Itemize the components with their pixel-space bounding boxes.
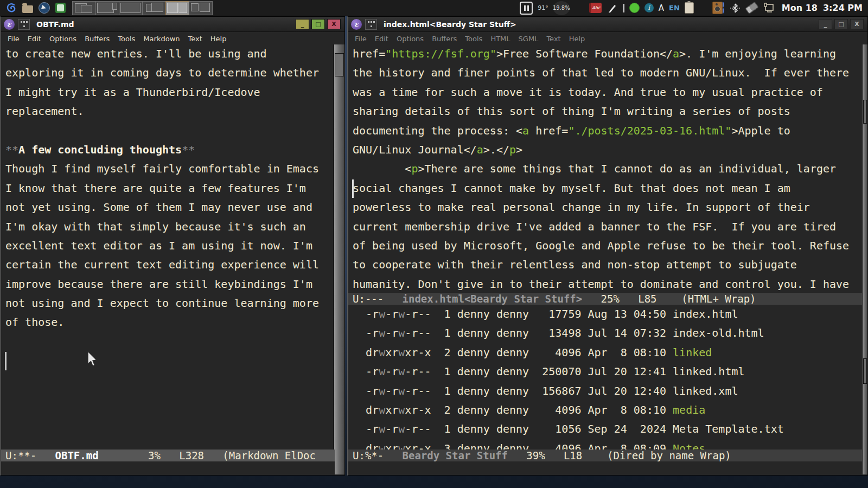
menu-text[interactable]: Text bbox=[188, 35, 202, 43]
temperature-indicator[interactable]: 91° bbox=[538, 4, 548, 11]
menu-edit[interactable]: Edit bbox=[28, 35, 41, 43]
clipboard-icon[interactable] bbox=[685, 2, 694, 14]
buffer-line[interactable]: of being used by Microsoft, Google and A… bbox=[348, 236, 863, 255]
pause-indicator-icon[interactable] bbox=[520, 2, 533, 15]
buffer-line[interactable]: documenting the process: <a href="./post… bbox=[348, 121, 863, 140]
close-button[interactable]: X bbox=[850, 19, 864, 29]
buffer-line[interactable] bbox=[1, 332, 335, 351]
menu-options[interactable]: Options bbox=[397, 35, 424, 43]
dired-row[interactable]: -rw-rw-r-- 1 denny denny 13498 Jul 14 07… bbox=[348, 324, 863, 343]
clock[interactable]: Mon 18 3:24 PM bbox=[782, 3, 863, 13]
keyboard-layout-indicator[interactable]: EN bbox=[669, 4, 680, 12]
buffer-line[interactable]: exploring it in coming days to determine… bbox=[1, 63, 335, 82]
markdown-buffer[interactable]: to create new entries. I'll be using and… bbox=[1, 44, 335, 450]
menu-tools[interactable]: Tools bbox=[118, 35, 135, 43]
window-menu-icon[interactable] bbox=[18, 19, 30, 30]
close-button[interactable]: X bbox=[327, 19, 341, 29]
dired-row[interactable]: -rw-rw-r-- 1 denny denny 1056 Sep 24 202… bbox=[348, 420, 863, 439]
menu-markdown[interactable]: Markdown bbox=[143, 35, 180, 43]
file-manager-icon[interactable] bbox=[22, 2, 34, 14]
dired-modeline[interactable]: U:%*- Beardy Star Stuff 39% L18 (Dired b… bbox=[348, 450, 863, 461]
dired-row[interactable]: drwxrwxr-x 2 denny denny 4096 Apr 8 08:1… bbox=[348, 343, 863, 362]
image-viewer-icon[interactable] bbox=[54, 2, 66, 14]
pencil-icon[interactable] bbox=[607, 2, 618, 14]
menu-file[interactable]: File bbox=[8, 35, 20, 43]
maximize-button[interactable]: □ bbox=[834, 19, 848, 29]
buffer-line[interactable]: powerless to make real personal change i… bbox=[348, 198, 863, 217]
menu-html[interactable]: HTML bbox=[490, 35, 510, 43]
dired-row[interactable]: -rw-rw-r-- 1 denny denny 17759 Aug 13 04… bbox=[348, 305, 863, 324]
buffer-line[interactable]: not using and I expect to continue learn… bbox=[1, 294, 335, 313]
scrollbar-thumb[interactable] bbox=[335, 53, 344, 76]
dictionary-icon[interactable]: Abc bbox=[589, 3, 602, 13]
menu-edit[interactable]: Edit bbox=[375, 35, 388, 43]
dired-buffer[interactable]: -rw-rw-r-- 1 denny denny 17759 Aug 13 04… bbox=[348, 305, 863, 450]
menu-file[interactable]: File bbox=[355, 35, 367, 43]
buffer-line[interactable]: href="https://fsf.org">Free Software Fou… bbox=[348, 44, 863, 63]
buffer-line[interactable]: humanity. Don't give in to their attempt… bbox=[348, 275, 863, 293]
audio-device-icon[interactable] bbox=[712, 2, 724, 14]
menu-help[interactable]: Help bbox=[569, 35, 585, 43]
left-modeline[interactable]: U:**- OBTF.md 3% L328 (Markdown ElDoc bbox=[1, 450, 335, 461]
status-circle-icon[interactable] bbox=[629, 3, 640, 13]
buffer-line[interactable]: I know that there are quite a few featur… bbox=[1, 179, 335, 198]
dired-scrollbar-thumb[interactable] bbox=[863, 358, 867, 384]
buffer-line[interactable]: <p>There are some things that I cannot d… bbox=[348, 159, 863, 178]
buffer-line[interactable]: certain the current text editing experie… bbox=[1, 255, 335, 274]
buffer-line[interactable] bbox=[1, 121, 335, 140]
minimize-button[interactable]: _ bbox=[296, 19, 309, 29]
buffer-line[interactable]: to create new entries. I'll be using and bbox=[1, 44, 335, 63]
buffer-line[interactable]: excellent text editor as I am using it n… bbox=[1, 236, 335, 255]
menu-buffers[interactable]: Buffers bbox=[432, 35, 457, 43]
dired-row[interactable]: drwxrwxr-x 3 denny denny 4096 Apr 8 08:0… bbox=[348, 439, 863, 450]
workspace-6[interactable] bbox=[189, 1, 213, 15]
left-echo-area[interactable] bbox=[1, 461, 335, 475]
html-modeline[interactable]: U:--- index.html<Beardy Star Stuff> 25% … bbox=[348, 293, 863, 305]
buffer-line[interactable]: to cooperate with their relentless and n… bbox=[348, 255, 863, 274]
left-titlebar[interactable]: ε OBTF.md _ □ X bbox=[1, 17, 344, 32]
scrollbar-thumb[interactable] bbox=[863, 100, 867, 124]
menu-text[interactable]: Text bbox=[546, 35, 560, 43]
menu-sgml[interactable]: SGML bbox=[519, 35, 539, 43]
workspace-pager[interactable] bbox=[73, 1, 213, 15]
buffer-line[interactable]: GNU/Linux Journal</a>.</p> bbox=[348, 140, 863, 159]
buffer-line[interactable]: improve because there are still keybindi… bbox=[1, 275, 335, 294]
buffer-line[interactable]: sharing details of this sort of thing I'… bbox=[348, 102, 863, 121]
workspace-1[interactable] bbox=[72, 1, 96, 15]
left-scrollbar[interactable] bbox=[333, 44, 344, 474]
display-icon[interactable] bbox=[763, 2, 775, 14]
buffer-line[interactable]: Though I find myself fairly comfortable … bbox=[1, 159, 335, 178]
minimize-button[interactable]: _ bbox=[819, 19, 832, 29]
dired-row[interactable]: -rw-rw-r-- 1 denny denny 250070 Jul 20 1… bbox=[348, 362, 863, 381]
buffer-line[interactable]: I'm okay with that simply because it's s… bbox=[1, 217, 335, 236]
buffer-line[interactable] bbox=[1, 351, 335, 370]
buffer-line[interactable]: the history and finer points of that led… bbox=[348, 63, 863, 82]
buffer-line[interactable]: was a time for such a move it is today. … bbox=[348, 83, 863, 102]
menu-help[interactable]: Help bbox=[210, 35, 227, 43]
right-titlebar[interactable]: ε index.html<Beardy Star Stuff> _ □ X bbox=[348, 17, 867, 32]
buffer-line[interactable]: I might try it as a Thunderbird/Icedove bbox=[1, 83, 335, 102]
battery-indicator[interactable]: 19.8% bbox=[553, 1, 570, 15]
right-echo-area[interactable] bbox=[348, 461, 863, 475]
buffer-line[interactable]: current membership drive I've added a ba… bbox=[348, 217, 863, 236]
workspace-5[interactable] bbox=[165, 1, 189, 15]
font-indicator[interactable]: A bbox=[659, 3, 664, 13]
workspace-4[interactable] bbox=[142, 1, 166, 15]
info-icon[interactable]: i bbox=[644, 3, 654, 12]
dired-row[interactable]: drwxrwxr-x 2 denny denny 4096 Apr 8 08:1… bbox=[348, 401, 863, 420]
bluetooth-icon[interactable] bbox=[729, 2, 741, 14]
app-swirl-icon[interactable] bbox=[5, 2, 17, 14]
buffer-line[interactable]: not yet using. Some of them I may never … bbox=[1, 198, 335, 217]
menu-options[interactable]: Options bbox=[49, 35, 76, 43]
workspace-3[interactable] bbox=[119, 1, 143, 15]
html-buffer[interactable]: href="https://fsf.org">Free Software Fou… bbox=[348, 44, 863, 293]
menu-buffers[interactable]: Buffers bbox=[85, 35, 110, 43]
usb-drive-icon[interactable] bbox=[746, 2, 758, 14]
menu-tools[interactable]: Tools bbox=[465, 35, 482, 43]
buffer-line[interactable]: replacement. bbox=[1, 102, 335, 121]
dired-row[interactable]: -rw-rw-r-- 1 denny denny 156867 Jul 20 1… bbox=[348, 382, 863, 401]
workspace-2[interactable] bbox=[95, 1, 119, 15]
web-browser-icon[interactable] bbox=[38, 2, 50, 14]
buffer-line[interactable]: social changes I cannot make by myself. … bbox=[348, 179, 863, 198]
right-scrollbar[interactable] bbox=[862, 44, 867, 474]
